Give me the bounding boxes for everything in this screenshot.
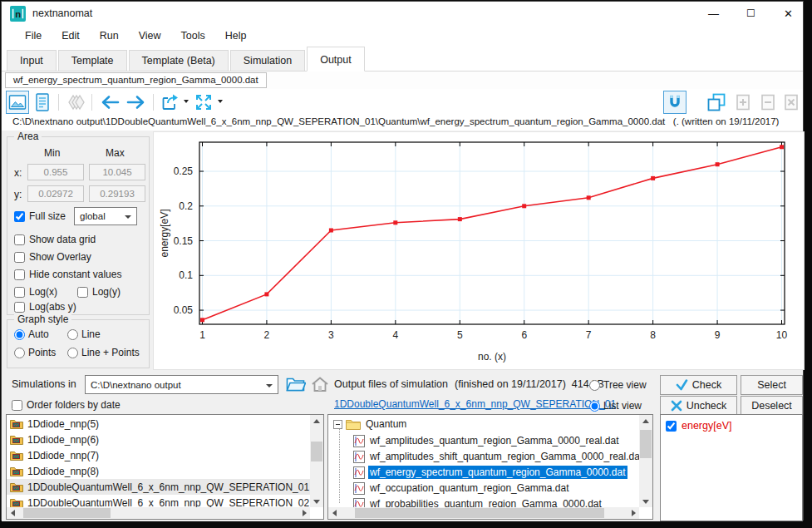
- menu-tools[interactable]: Tools: [171, 27, 215, 45]
- uncheck-button[interactable]: Uncheck: [660, 396, 737, 416]
- forward-button[interactable]: [125, 91, 148, 114]
- file-row[interactable]: wf_amplitudes_quantum_region_Gamma_0000_…: [353, 434, 621, 447]
- fullscreen-button[interactable]: [192, 91, 215, 114]
- scroll-left-icon[interactable]: [7, 507, 18, 519]
- overlay-stack-button[interactable]: [63, 91, 86, 114]
- scroll-down-icon[interactable]: [639, 496, 652, 507]
- simulation-folder-list[interactable]: 1Ddiode_nnp(5) 1Ddiode_nnp(6) 1Ddiode_nn…: [6, 414, 324, 520]
- fullscreen-icon: [194, 92, 214, 112]
- chart-panel[interactable]: 123456789100.050.10.150.20.25no. (x)ener…: [153, 131, 805, 370]
- energy-spectrum-chart[interactable]: 123456789100.050.10.150.20.25no. (x)ener…: [154, 132, 804, 369]
- minimize-button[interactable]: —: [695, 2, 732, 25]
- simulation-folder-link[interactable]: 1DDoubleQuantumWell_6_x_6nm_nnp_QW_SEPER…: [334, 398, 616, 410]
- graph-style-auto-label: Auto: [28, 328, 49, 340]
- collapse-expander-icon[interactable]: [333, 420, 342, 429]
- home-folder-button[interactable]: [310, 374, 330, 397]
- scrollbar-thumb[interactable]: [23, 508, 111, 518]
- file-row-selected[interactable]: wf_energy_spectrum_quantum_region_Gamma_…: [353, 466, 627, 479]
- full-size-checkbox[interactable]: [14, 211, 25, 222]
- check-button[interactable]: Check: [660, 375, 737, 395]
- scroll-up-icon[interactable]: [639, 415, 652, 427]
- tab-template[interactable]: Template: [58, 50, 127, 71]
- select-button[interactable]: Select: [741, 375, 803, 395]
- variable-item[interactable]: energy[eV]: [666, 420, 731, 432]
- folder-list-item[interactable]: 1Ddiode_nnp(5): [7, 416, 310, 432]
- export-button[interactable]: [159, 91, 182, 114]
- show-overlay-checkbox[interactable]: [14, 252, 25, 263]
- file-row[interactable]: wf_occupation_quantum_region_Gamma.dat: [353, 481, 570, 495]
- file-tree-horizontal-scrollbar[interactable]: [328, 507, 639, 519]
- folder-list-item[interactable]: 1Ddiode_nnp(8): [7, 463, 310, 479]
- deselect-button[interactable]: Deselect: [741, 396, 803, 416]
- folder-list-item-selected[interactable]: 1DDoubleQuantumWell_6_x_6nm_nnp_QW_SEPER…: [7, 479, 310, 495]
- delete-overlay-button[interactable]: [780, 91, 803, 114]
- check-icon: [676, 379, 688, 391]
- scroll-right-icon[interactable]: [298, 507, 310, 519]
- variables-list[interactable]: energy[eV]: [660, 414, 803, 521]
- data-file-icon: [353, 451, 365, 463]
- tab-output[interactable]: Output: [307, 47, 365, 72]
- menu-file[interactable]: File: [15, 27, 52, 45]
- clone-window-button[interactable]: [705, 91, 728, 114]
- scrollbar-thumb[interactable]: [355, 508, 604, 518]
- folder-list-item[interactable]: 1DDoubleQuantumWell_6_x_6nm_nnp_QW_SEPER…: [7, 495, 310, 507]
- folder-list-vertical-scrollbar[interactable]: [310, 415, 323, 507]
- y-min-field[interactable]: [27, 185, 84, 202]
- scroll-down-icon[interactable]: [310, 496, 323, 507]
- hide-constant-values-checkbox[interactable]: [14, 269, 25, 280]
- add-overlay-button[interactable]: [731, 91, 755, 114]
- tab-simulation[interactable]: Simulation: [230, 50, 305, 71]
- graph-style-line-radio[interactable]: [67, 329, 78, 340]
- scroll-up-icon[interactable]: [310, 415, 323, 427]
- menu-edit[interactable]: Edit: [52, 27, 90, 45]
- menu-view[interactable]: View: [129, 27, 171, 45]
- toolbar-separator: [91, 94, 92, 111]
- order-folders-by-date-checkbox[interactable]: [12, 400, 22, 411]
- folder-list-item[interactable]: 1Ddiode_nnp(7): [7, 447, 310, 463]
- browse-folder-button[interactable]: [285, 374, 306, 397]
- tab-input[interactable]: Input: [7, 50, 57, 71]
- show-data-grid-checkbox[interactable]: [14, 234, 25, 245]
- graph-style-auto-radio[interactable]: [14, 329, 25, 340]
- close-button[interactable]: ✕: [770, 2, 807, 25]
- menu-help[interactable]: Help: [215, 27, 257, 45]
- scroll-left-icon[interactable]: [328, 507, 340, 519]
- output-file-tree[interactable]: Quantum wf_amplitudes_quantum_region_Gam…: [327, 414, 653, 520]
- magnet-button[interactable]: [663, 91, 687, 114]
- output-page: Area Min Max x: y: Full size global Show…: [2, 131, 803, 371]
- tree-connector: [339, 427, 340, 503]
- log-abs-y-checkbox[interactable]: [14, 302, 25, 313]
- full-size-scope-select[interactable]: global: [74, 207, 137, 225]
- tree-root-row[interactable]: Quantum: [333, 417, 408, 431]
- scroll-right-icon[interactable]: [627, 507, 639, 519]
- folder-list-item[interactable]: 1Ddiode_nnp(6): [7, 432, 310, 447]
- hide-constant-values-label: Hide constant values: [29, 269, 121, 280]
- file-row[interactable]: wf_amplitudes_shift_quantum_region_Gamma…: [353, 450, 644, 463]
- x-max-field[interactable]: [89, 164, 145, 180]
- y-max-field[interactable]: [89, 185, 145, 202]
- list-view-radio[interactable]: [589, 401, 600, 412]
- scrollbar-thumb[interactable]: [311, 442, 322, 461]
- menu-run[interactable]: Run: [90, 27, 129, 45]
- log-x-checkbox[interactable]: [14, 287, 25, 298]
- x-min-field[interactable]: [27, 164, 84, 180]
- tree-view-radio[interactable]: [589, 380, 600, 391]
- export-dropdown-caret[interactable]: [184, 100, 189, 103]
- file-tree-vertical-scrollbar[interactable]: [639, 415, 652, 507]
- graph-style-points-radio[interactable]: [14, 348, 25, 358]
- fullscreen-dropdown-caret[interactable]: [218, 100, 223, 103]
- finished-note: (finished on 19/11/2017) 414 kB: [455, 378, 604, 390]
- document-tab[interactable]: wf_energy_spectrum_quantum_region_Gamma_…: [5, 72, 267, 88]
- variable-checkbox[interactable]: [666, 421, 677, 432]
- remove-overlay-button[interactable]: [756, 91, 780, 114]
- chart-view-button[interactable]: [6, 91, 29, 114]
- back-button[interactable]: [98, 91, 121, 114]
- tab-template-beta[interactable]: Template (Beta): [129, 50, 229, 71]
- maximize-button[interactable]: ☐: [732, 2, 770, 25]
- log-y-checkbox[interactable]: [77, 287, 88, 298]
- scrollbar-thumb[interactable]: [640, 430, 652, 458]
- report-view-button[interactable]: [31, 91, 54, 114]
- simulations-path-combobox[interactable]: C:\D\nextnano output: [85, 375, 278, 394]
- folder-list-horizontal-scrollbar[interactable]: [7, 507, 310, 519]
- graph-style-line-points-radio[interactable]: [67, 348, 78, 358]
